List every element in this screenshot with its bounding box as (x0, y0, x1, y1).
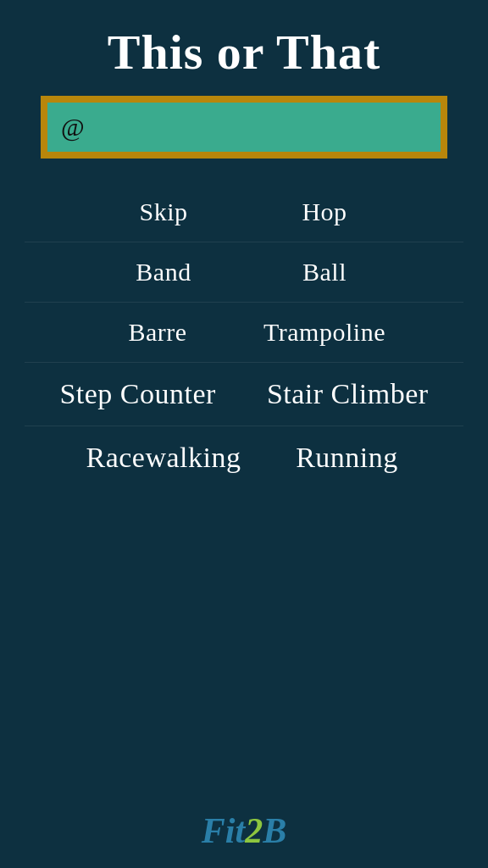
pair-4-right: Stair Climber (267, 378, 429, 410)
pairs-container: Skip Hop Band Ball Barre Trampoline Step… (0, 182, 488, 810)
pair-5-right: Running (292, 442, 402, 474)
pair-row-5: Racewalking Running (0, 426, 488, 489)
logo-letter-t: t (236, 811, 246, 850)
pair-1-left: Skip (108, 198, 219, 226)
search-box-wrapper (41, 96, 447, 159)
logo-number-2: 2 (245, 811, 263, 850)
pair-3-right: Trampoline (263, 318, 385, 347)
pair-row-2: Band Ball (0, 242, 488, 303)
pair-2-left: Band (108, 258, 219, 287)
logo-text: Fit2B (202, 810, 286, 851)
pair-3-left: Barre (103, 318, 213, 347)
logo-letter-b: B (263, 811, 286, 850)
pair-row-1: Skip Hop (0, 182, 488, 242)
page-title: This or That (108, 24, 381, 81)
logo-letter-i: i (225, 811, 236, 850)
logo: Fit2B (202, 810, 286, 851)
pair-2-right: Ball (269, 258, 380, 287)
search-input[interactable] (47, 103, 441, 152)
pair-row-4: Step Counter Stair Climber (0, 363, 488, 426)
logo-letter-f: F (202, 811, 225, 850)
pair-row-3: Barre Trampoline (0, 303, 488, 363)
pair-4-left: Step Counter (59, 378, 215, 410)
pair-1-right: Hop (269, 198, 380, 226)
pair-5-left: Racewalking (86, 442, 241, 474)
